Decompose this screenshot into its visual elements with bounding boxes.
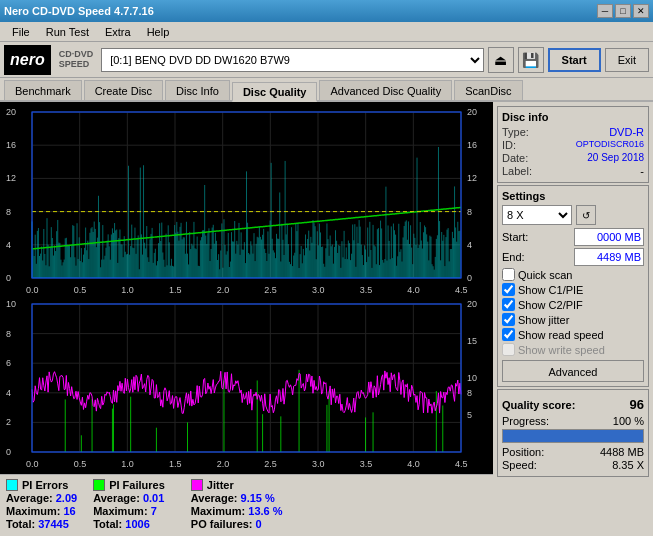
disc-label-row: Label: -: [502, 165, 644, 177]
disc-date-row: Date: 20 Sep 2018: [502, 152, 644, 164]
menu-file[interactable]: File: [4, 24, 38, 40]
nero-logo: nero: [4, 45, 51, 75]
show-c2-pif-checkbox[interactable]: [502, 298, 515, 311]
type-value: DVD-R: [609, 126, 644, 138]
right-panel: Disc info Type: DVD-R ID: OPTODISCR016 D…: [493, 102, 653, 534]
pi-errors-title: PI Errors: [22, 479, 68, 491]
progress-label: Progress:: [502, 415, 549, 427]
exit-button[interactable]: Exit: [605, 48, 649, 72]
menu-extra[interactable]: Extra: [97, 24, 139, 40]
pi-errors-maximum: Maximum: 16: [6, 505, 77, 517]
legend-area: PI Errors Average: 2.09 Maximum: 16 Tota…: [0, 474, 493, 534]
minimize-button[interactable]: ─: [597, 4, 613, 18]
toolbar: nero CD·DVDSPEED [0:1] BENQ DVD DD DW162…: [0, 42, 653, 78]
date-value: 20 Sep 2018: [587, 152, 644, 164]
jitter-po-failures: PO failures: 0: [191, 518, 283, 530]
maximize-button[interactable]: □: [615, 4, 631, 18]
show-c1-pie-label: Show C1/PIE: [518, 284, 583, 296]
chart-area: [0, 102, 493, 474]
title-bar-title: Nero CD-DVD Speed 4.7.7.16: [4, 5, 154, 17]
show-read-speed-checkbox[interactable]: [502, 328, 515, 341]
show-write-speed-row: Show write speed: [502, 343, 644, 356]
show-jitter-label: Show jitter: [518, 314, 569, 326]
disc-label-value: -: [640, 165, 644, 177]
quality-score-panel: Quality score: 96 Progress: 100 % Positi…: [497, 389, 649, 477]
show-jitter-checkbox[interactable]: [502, 313, 515, 326]
tab-disc-info[interactable]: Disc Info: [165, 80, 230, 100]
jitter-title: Jitter: [207, 479, 234, 491]
start-button[interactable]: Start: [548, 48, 601, 72]
jitter-color: [191, 479, 203, 491]
app-title: Nero CD-DVD Speed 4.7.7.16: [4, 5, 154, 17]
show-write-speed-checkbox: [502, 343, 515, 356]
settings-panel: Settings 8 X ↺ Start: End: Quick scan: [497, 185, 649, 387]
show-c1-pie-row: Show C1/PIE: [502, 283, 644, 296]
quick-scan-row: Quick scan: [502, 268, 644, 281]
show-write-speed-label: Show write speed: [518, 344, 605, 356]
refresh-button[interactable]: ↺: [576, 205, 596, 225]
date-label: Date:: [502, 152, 528, 164]
speed-value: 8.35 X: [612, 459, 644, 471]
type-label: Type:: [502, 126, 529, 138]
position-label: Position:: [502, 446, 544, 458]
pi-failures-color: [93, 479, 105, 491]
disc-info-panel: Disc info Type: DVD-R ID: OPTODISCR016 D…: [497, 106, 649, 183]
eject-button[interactable]: ⏏: [488, 47, 514, 73]
show-jitter-row: Show jitter: [502, 313, 644, 326]
tab-benchmark[interactable]: Benchmark: [4, 80, 82, 100]
title-bar: Nero CD-DVD Speed 4.7.7.16 ─ □ ✕: [0, 0, 653, 22]
advanced-button[interactable]: Advanced: [502, 360, 644, 382]
show-c2-pif-row: Show C2/PIF: [502, 298, 644, 311]
tab-bar: Benchmark Create Disc Disc Info Disc Qua…: [0, 78, 653, 102]
speed-row-progress: Speed: 8.35 X: [502, 459, 644, 471]
quality-score-row: Quality score: 96: [502, 397, 644, 412]
progress-bar-inner: [503, 430, 643, 442]
start-mb-input[interactable]: [574, 228, 644, 246]
show-read-speed-row: Show read speed: [502, 328, 644, 341]
position-value: 4488 MB: [600, 446, 644, 458]
close-button[interactable]: ✕: [633, 4, 649, 18]
save-button[interactable]: 💾: [518, 47, 544, 73]
drive-selector[interactable]: [0:1] BENQ DVD DD DW1620 B7W9: [101, 48, 483, 72]
disc-info-title: Disc info: [502, 111, 644, 123]
menu-run-test[interactable]: Run Test: [38, 24, 97, 40]
progress-value: 100 %: [613, 415, 644, 427]
speed-row: 8 X ↺: [502, 205, 644, 225]
pi-failures-average: Average: 0.01: [93, 492, 165, 504]
speed-selector[interactable]: 8 X: [502, 205, 572, 225]
title-bar-buttons: ─ □ ✕: [597, 4, 649, 18]
quality-score-value: 96: [630, 397, 644, 412]
jitter-legend: Jitter Average: 9.15 % Maximum: 13.6 % P…: [191, 479, 283, 530]
main-content: PI Errors Average: 2.09 Maximum: 16 Tota…: [0, 102, 653, 534]
end-mb-label: End:: [502, 251, 525, 263]
quick-scan-label: Quick scan: [518, 269, 572, 281]
speed-label: Speed:: [502, 459, 537, 471]
progress-section: Progress: 100 % Position: 4488 MB Speed:…: [502, 415, 644, 471]
end-mb-input[interactable]: [574, 248, 644, 266]
tab-scan-disc[interactable]: ScanDisc: [454, 80, 522, 100]
disc-label-label: Label:: [502, 165, 532, 177]
pi-failures-legend: PI Failures Average: 0.01 Maximum: 7 Tot…: [93, 479, 165, 530]
tab-create-disc[interactable]: Create Disc: [84, 80, 163, 100]
tab-advanced-disc-quality[interactable]: Advanced Disc Quality: [319, 80, 452, 100]
end-mb-row: End:: [502, 248, 644, 266]
pi-errors-color: [6, 479, 18, 491]
menu-help[interactable]: Help: [139, 24, 178, 40]
quick-scan-checkbox[interactable]: [502, 268, 515, 281]
pi-failures-title: PI Failures: [109, 479, 165, 491]
jitter-average: Average: 9.15 %: [191, 492, 283, 504]
tab-disc-quality[interactable]: Disc Quality: [232, 82, 318, 102]
pi-failures-total: Total: 1006: [93, 518, 165, 530]
pi-errors-total: Total: 37445: [6, 518, 77, 530]
id-label: ID:: [502, 139, 516, 151]
pi-failures-chart: [4, 298, 489, 470]
start-mb-row: Start:: [502, 228, 644, 246]
disc-type-row: Type: DVD-R: [502, 126, 644, 138]
position-row: Position: 4488 MB: [502, 446, 644, 458]
start-mb-label: Start:: [502, 231, 528, 243]
progress-row: Progress: 100 %: [502, 415, 644, 427]
progress-bar-outer: [502, 429, 644, 443]
show-c1-pie-checkbox[interactable]: [502, 283, 515, 296]
jitter-maximum: Maximum: 13.6 %: [191, 505, 283, 517]
quality-score-label: Quality score:: [502, 399, 575, 411]
